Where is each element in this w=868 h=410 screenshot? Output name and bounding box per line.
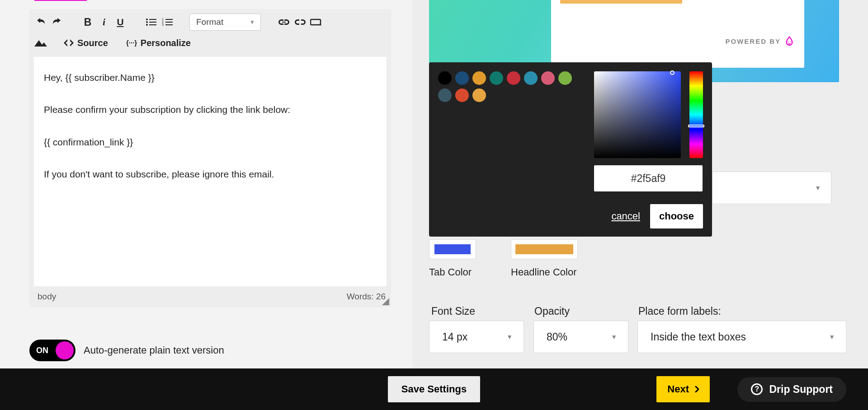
tab-color-label: Tab Color [429,266,472,278]
color-swatch[interactable] [541,71,555,85]
footer-bar: Save Settings Next ? Drip Support [0,368,868,410]
color-picker: #2f5af9 cancel choose [429,62,712,237]
sv-cursor [670,70,675,75]
font-family-dropdown[interactable]: ▼ [712,172,831,204]
svg-rect-11 [165,24,173,25]
toggle-label: Auto-generate plain text version [84,345,224,356]
undo-button[interactable] [33,14,48,30]
personalize-label: Personalize [141,38,191,48]
help-icon: ? [751,383,763,395]
italic-button[interactable]: i [96,14,112,30]
chevron-down-icon: ▼ [611,333,617,340]
toggle-state: ON [36,346,48,355]
saturation-value-field[interactable] [594,71,681,158]
bold-button[interactable]: B [80,14,95,30]
color-swatch[interactable] [507,71,520,85]
editor-path: body [38,292,56,302]
color-swatch[interactable] [455,71,469,85]
personalize-button[interactable]: {···} Personalize [123,36,193,50]
color-swatch[interactable] [438,89,452,102]
braces-icon: {···} [126,39,137,47]
next-button[interactable]: Next [656,376,710,402]
editor-line: Hey, {{ subscriber.Name }} [44,70,377,86]
hue-slider[interactable] [689,71,703,158]
headline-color-swatch [515,244,573,254]
editor-line: If you don't want to subscribe, please i… [44,166,377,182]
chevron-down-icon: ▼ [829,333,835,340]
color-swatch[interactable] [455,89,469,102]
underline-button[interactable]: U [113,14,128,30]
code-icon [64,39,74,47]
submit-button-preview [560,0,682,4]
svg-rect-5 [149,24,156,25]
svg-rect-7 [165,19,173,20]
opacity-label: Opacity [534,305,570,317]
bullet-list-button[interactable] [143,14,159,30]
svg-point-14 [788,42,788,42]
rich-text-editor: B i U 1 2 3 Format ▼ [29,9,391,307]
link-button[interactable] [276,14,292,30]
button-insert-button[interactable] [309,14,324,30]
word-count: Words: 26 [347,292,386,302]
tab-color-input[interactable] [429,239,476,259]
svg-rect-12 [311,19,321,25]
svg-point-2 [146,21,148,23]
chevron-right-icon [694,386,699,392]
svg-rect-3 [149,22,156,23]
drip-support-button[interactable]: ? Drip Support [737,377,846,402]
redo-button[interactable] [49,14,65,30]
toggle-knob [56,341,74,359]
color-swatch[interactable] [524,71,538,85]
place-labels-dropdown[interactable]: Inside the text boxes ▼ [637,321,846,353]
color-swatch[interactable] [472,89,486,102]
resize-handle[interactable] [382,298,389,305]
headline-color-input[interactable] [511,239,578,259]
drip-logo-icon [784,36,794,46]
svg-rect-1 [149,19,156,20]
svg-point-4 [146,24,148,26]
tab-color-swatch [434,244,471,254]
font-size-dropdown[interactable]: 14 px ▼ [429,321,524,353]
color-swatch[interactable] [490,71,503,85]
format-dropdown[interactable]: Format ▼ [189,14,261,31]
place-labels-label: Place form labels: [638,305,721,317]
font-size-label: Font Size [431,305,475,317]
format-label: Format [196,17,223,27]
unlink-button[interactable] [292,14,308,30]
svg-rect-9 [165,22,173,23]
image-button[interactable] [33,35,48,51]
chevron-down-icon: ▼ [250,19,255,25]
chevron-down-icon: ▼ [815,184,821,191]
color-swatch[interactable] [558,71,572,85]
swatch-grid [438,71,574,102]
hue-cursor [688,125,704,127]
svg-text:{···}: {···} [126,39,137,47]
save-settings-button[interactable]: Save Settings [388,376,480,402]
editor-content[interactable]: Hey, {{ subscriber.Name }} Please confir… [34,57,387,286]
source-label: Source [77,38,108,48]
color-swatch[interactable] [472,71,486,85]
svg-point-15 [790,42,791,42]
svg-text:3: 3 [162,23,164,26]
powered-by: POWERED BY [725,36,794,46]
headline-color-label: Headline Color [511,266,577,278]
cancel-link[interactable]: cancel [611,210,640,222]
svg-point-0 [146,19,148,20]
source-button[interactable]: Source [61,36,111,50]
numbered-list-button[interactable]: 1 2 3 [160,14,175,30]
chevron-down-icon: ▼ [506,333,513,340]
opacity-dropdown[interactable]: 80% ▼ [533,321,628,353]
editor-line: {{ confirmation_link }} [44,134,377,150]
hex-input[interactable]: #2f5af9 [594,165,703,191]
plain-text-toggle[interactable]: ON [29,340,75,361]
color-swatch[interactable] [438,71,452,85]
choose-button[interactable]: choose [650,204,703,228]
editor-line: Please confirm your subscription by clic… [44,102,377,118]
